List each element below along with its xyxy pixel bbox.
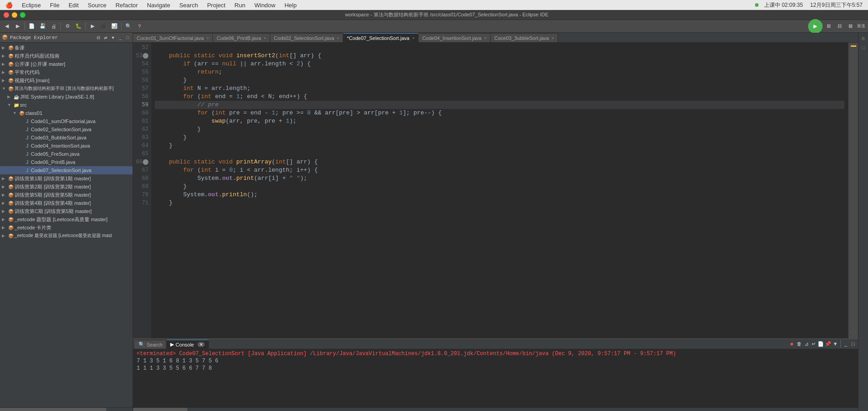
- console-pin[interactable]: 📌: [825, 341, 831, 347]
- menu-search[interactable]: Search: [178, 2, 200, 9]
- tab-close-icon[interactable]: ×: [552, 36, 554, 40]
- console-word-wrap[interactable]: ↵: [810, 341, 817, 347]
- tree-item-leetcode2[interactable]: ▶ 📦 _eetcode 卡片类: [0, 223, 133, 232]
- console-scroll-lock[interactable]: ⊿: [803, 341, 809, 347]
- menu-source[interactable]: Source: [86, 2, 108, 9]
- run-button[interactable]: ▶: [808, 19, 823, 34]
- close-button[interactable]: [4, 12, 9, 18]
- toolbar-search[interactable]: 🔍: [123, 21, 133, 31]
- console-open-file[interactable]: 📄: [818, 341, 824, 347]
- toolbar-refactor[interactable]: ⚙: [63, 21, 73, 31]
- console-minimize[interactable]: _: [843, 341, 849, 347]
- tree-item-video[interactable]: ▶ 📦 视频代码 [main]: [0, 76, 133, 84]
- tree-label: JRE System Library [JavaSE-1.8]: [20, 94, 94, 99]
- tree-item-code05[interactable]: ▶ J Code05_FreSum.java: [0, 150, 133, 158]
- minimize-button[interactable]: [12, 12, 17, 18]
- java-file-icon: J: [24, 118, 31, 125]
- sidebar-link[interactable]: ⇌: [103, 35, 109, 41]
- tree-label: 训练营第2期 [训练营第2期 master]: [15, 183, 91, 190]
- code-content[interactable]: public static void insertSort2(int[] arr…: [151, 43, 848, 338]
- tree-item-leetcode3[interactable]: ▶ 📦 _eetcode 最受欢迎题 [Leetcoce最受欢迎题 mast: [0, 232, 133, 240]
- menu-run[interactable]: Run: [233, 2, 247, 9]
- tree-item-backup[interactable]: ▶ 📦 备课: [0, 44, 133, 52]
- sidebar-horizontal-scrollbar[interactable]: [0, 407, 133, 411]
- tree-item-algo[interactable]: ▼ 📦 算法与数据结构初新手班 [算法与数据结构初新手]: [0, 84, 133, 93]
- toolbar-run-last[interactable]: ▶: [88, 21, 98, 31]
- sidebar-maximize[interactable]: □: [124, 35, 131, 41]
- tab-cods02[interactable]: Cods02_SelectionSort.java ×: [270, 33, 343, 42]
- tab-coce03[interactable]: Coce03_3ubbleSort.java ×: [491, 33, 558, 42]
- tree-item-interview[interactable]: ▶ 📦 程序员代码面试指南: [0, 52, 133, 60]
- sidebar-minimize[interactable]: _: [117, 35, 123, 41]
- tree-item-code01[interactable]: ▶ J Code01_sumOfFactorial.java: [0, 117, 133, 125]
- java-file-icon: J: [24, 126, 31, 133]
- toolbar-print[interactable]: 🖨: [49, 21, 59, 31]
- tab-close-icon[interactable]: ×: [484, 36, 486, 40]
- tree-item-train5[interactable]: ▶ 📦 训练营第5期 [训练营第5期 master]: [0, 191, 133, 199]
- tab-code04[interactable]: Code04_InsertionSort.java ×: [419, 33, 491, 42]
- menu-navigate[interactable]: Navigate: [145, 2, 172, 9]
- tree-item-src[interactable]: ▼ 📁 src: [0, 101, 133, 109]
- tab-close-icon[interactable]: ×: [337, 36, 339, 40]
- tree-item-train2[interactable]: ▶ 📦 训练营第2期 [训练营第2期 master]: [0, 183, 133, 191]
- code-line-60: for (int pre = end - 1; pre >= 0 && arr[…: [155, 109, 844, 117]
- code-line-59: // pre: [155, 101, 844, 109]
- menu-help[interactable]: Help: [283, 2, 299, 9]
- tree-item-code06[interactable]: ▶ J Code06_PrintB.java: [0, 158, 133, 166]
- java-file-icon: J: [24, 134, 31, 141]
- tab-console[interactable]: ▶ Console ✕: [167, 340, 209, 349]
- maximize-button[interactable]: [20, 12, 25, 18]
- toolbar-new[interactable]: 📄: [27, 21, 37, 31]
- tree-item-leetcode1[interactable]: ▶ 📦 _eetcode 题型题 [Leetcoce高质量 master]: [0, 215, 133, 223]
- tree-item-class01[interactable]: ▼ 📦 class01: [0, 109, 133, 117]
- toolbar-debug[interactable]: 🐛: [74, 21, 84, 31]
- console-horizontal-scrollbar[interactable]: [133, 407, 858, 411]
- sidebar-menu[interactable]: ▼: [110, 35, 116, 41]
- tab-code06[interactable]: Code06_PrintB.java ×: [213, 33, 270, 42]
- toolbar-open-perspective[interactable]: 发送: [856, 21, 866, 31]
- tree-item-train4[interactable]: ▶ 📦 训练营第4期 [训练营第4期 master]: [0, 199, 133, 207]
- toolbar-perspective2[interactable]: ⊟: [834, 21, 844, 31]
- menu-file[interactable]: File: [48, 2, 61, 9]
- toolbar-help[interactable]: ?: [134, 21, 144, 31]
- arrow-icon: ▶: [7, 94, 13, 99]
- console-maximize[interactable]: □: [850, 341, 856, 347]
- toolbar-debug2[interactable]: ⬛: [99, 21, 108, 31]
- apple-menu[interactable]: 🍎: [4, 2, 15, 9]
- toolbar-perspectives[interactable]: ⊞: [824, 21, 833, 31]
- tab-close-icon[interactable]: ×: [207, 36, 209, 40]
- toolbar-save[interactable]: 💾: [38, 21, 48, 31]
- tab-close-icon[interactable]: ×: [264, 36, 266, 40]
- toolbar-perspective3[interactable]: ⊠: [845, 21, 855, 31]
- tab-code01[interactable]: Cocec01_3umOfFactorial.java ×: [133, 33, 213, 42]
- console-clear[interactable]: 🗑: [796, 341, 802, 347]
- right-panel-btn2[interactable]: □: [859, 44, 868, 52]
- sidebar-collapse-all[interactable]: ⊟: [95, 35, 102, 41]
- tree-item-normal[interactable]: ▶ 📦 平常代代码: [0, 68, 133, 76]
- tab-close-icon[interactable]: ×: [412, 36, 414, 40]
- tree-item-code02[interactable]: ▶ J Code02_SelectionSort.java: [0, 125, 133, 134]
- line-num-59: 59: [133, 101, 148, 109]
- toolbar-back[interactable]: ◀: [2, 21, 12, 31]
- menu-edit[interactable]: Edit: [67, 2, 80, 9]
- tree-item-trainc[interactable]: ▶ 📦 训练营第C期 [训练营第5期 master]: [0, 207, 133, 215]
- tree-item-code04[interactable]: ▶ J Code04_InsertionSort.java: [0, 142, 133, 150]
- menu-refactor[interactable]: Refactor: [113, 2, 139, 9]
- tab-label: *Code07_SelectionSort.java: [347, 35, 409, 41]
- console-terminate[interactable]: ■: [789, 341, 795, 347]
- tab-code07-active[interactable]: *Code07_SelectionSort.java ×: [343, 33, 419, 42]
- menu-project[interactable]: Project: [205, 2, 227, 9]
- tree-item-code03[interactable]: ▶ J Code03_BubbleSort.java: [0, 134, 133, 142]
- console-dropdown[interactable]: ▼: [832, 341, 838, 347]
- menu-eclipse[interactable]: Eclipse: [20, 2, 43, 9]
- tab-search[interactable]: 🔍 Search: [135, 340, 167, 349]
- tree-item-train1[interactable]: ▶ 📦 训练营第1期 [训练营第1期 master]: [0, 174, 133, 183]
- tree-item-code07[interactable]: ▶ J Code07_SelectionSort.java: [0, 166, 133, 174]
- toolbar-coverage[interactable]: 📊: [109, 21, 119, 31]
- toolbar-forward[interactable]: ▶: [13, 21, 23, 31]
- right-panel-btn1[interactable]: ⊟: [859, 35, 868, 43]
- tree-item-jre[interactable]: ▶ ☕ JRE System Library [JavaSE-1.8]: [0, 93, 133, 101]
- menu-window[interactable]: Window: [252, 2, 277, 9]
- tree-item-open[interactable]: ▶ 📦 公开课 [公开课 master]: [0, 60, 133, 68]
- tree-label: class01: [25, 110, 42, 116]
